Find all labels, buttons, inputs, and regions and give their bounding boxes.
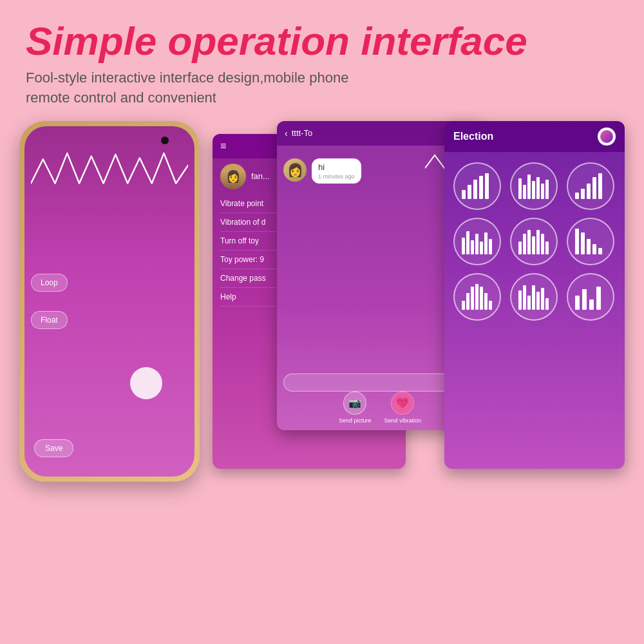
pattern-2-svg <box>517 172 551 200</box>
phone-mockup: Loop Float Save <box>19 121 200 482</box>
phone-waveform <box>31 146 188 200</box>
chat-username: fan... <box>251 171 270 181</box>
pattern-8-svg <box>517 283 551 311</box>
phone-notch <box>161 137 169 144</box>
phone-sidebar: Loop Float <box>31 274 68 329</box>
svg-rect-33 <box>587 239 591 254</box>
loop-button[interactable]: Loop <box>31 274 68 292</box>
svg-rect-30 <box>545 242 549 254</box>
svg-rect-29 <box>541 234 544 254</box>
svg-rect-4 <box>485 173 489 199</box>
svg-rect-22 <box>484 232 488 254</box>
election-logo <box>598 128 616 146</box>
svg-rect-1 <box>468 185 471 199</box>
svg-rect-21 <box>480 242 483 254</box>
vibrate-icon[interactable]: 💗 <box>391 392 414 415</box>
svg-rect-35 <box>598 248 602 254</box>
hamburger-icon[interactable]: ≡ <box>220 140 226 152</box>
camera-icon[interactable]: 📷 <box>343 392 366 415</box>
svg-rect-49 <box>545 298 549 310</box>
svg-rect-13 <box>581 189 585 199</box>
svg-rect-48 <box>541 288 544 310</box>
pattern-4[interactable] <box>453 218 501 265</box>
pattern-4-svg <box>460 227 494 256</box>
svg-rect-32 <box>581 232 585 254</box>
phone-screen: Loop Float Save <box>24 126 194 477</box>
pattern-7-svg <box>460 283 494 311</box>
svg-rect-6 <box>523 185 526 199</box>
pattern-3-svg <box>574 172 607 200</box>
svg-rect-51 <box>582 289 587 310</box>
pattern-5-svg <box>517 227 551 256</box>
chat-bottom-actions: 📷 Send picture 💗 Send vibration <box>339 392 421 424</box>
svg-rect-41 <box>484 293 488 310</box>
save-button[interactable]: Save <box>34 439 73 457</box>
svg-rect-10 <box>541 184 544 199</box>
send-vibration-wrap: 💗 Send vibration <box>384 392 422 424</box>
pattern-6[interactable] <box>567 218 614 265</box>
svg-rect-38 <box>471 287 474 310</box>
svg-rect-19 <box>471 240 474 254</box>
svg-rect-52 <box>589 299 594 310</box>
svg-rect-53 <box>596 287 601 310</box>
pattern-9-svg <box>574 283 607 311</box>
pattern-1[interactable] <box>453 162 501 210</box>
main-title: Simple operation interface <box>26 19 618 63</box>
chat-avatar: 👩 <box>220 164 246 189</box>
svg-rect-50 <box>575 296 580 310</box>
pattern-8[interactable] <box>510 273 558 321</box>
svg-rect-36 <box>462 301 465 310</box>
election-header: Election <box>444 121 625 152</box>
svg-rect-18 <box>466 231 469 254</box>
send-picture-label: Send picture <box>339 417 372 424</box>
election-title: Election <box>453 131 493 142</box>
svg-rect-14 <box>587 184 591 199</box>
avatar-image: 👩 <box>220 164 246 189</box>
svg-rect-45 <box>527 296 531 310</box>
send-picture-wrap: 📷 Send picture <box>339 392 372 424</box>
svg-rect-46 <box>532 285 535 310</box>
message-bubble: hi 1 minutes ago <box>312 158 361 184</box>
svg-rect-16 <box>598 173 602 199</box>
bubble-avatar: 👩 <box>283 158 307 182</box>
svg-rect-26 <box>527 230 531 254</box>
svg-rect-7 <box>527 175 531 199</box>
waveform-svg <box>31 146 188 197</box>
pattern-7[interactable] <box>453 273 501 321</box>
svg-rect-44 <box>523 285 526 310</box>
svg-rect-25 <box>523 234 526 254</box>
header-section: Simple operation interface Fool-style in… <box>0 0 644 115</box>
svg-rect-8 <box>532 181 535 199</box>
election-logo-inner <box>600 130 613 143</box>
svg-rect-12 <box>575 193 579 199</box>
svg-rect-24 <box>518 242 522 254</box>
pattern-5[interactable] <box>510 218 558 265</box>
pattern-3[interactable] <box>567 162 614 210</box>
svg-rect-37 <box>466 293 469 310</box>
svg-rect-2 <box>473 180 477 199</box>
bubble-container: hi 1 minutes ago <box>312 158 361 184</box>
pattern-6-svg <box>574 227 607 256</box>
svg-rect-3 <box>479 176 483 199</box>
float-button[interactable]: Float <box>31 311 68 329</box>
app-screens: ≡ 👩 fan... Vibrate point Vibration of d … <box>213 121 625 482</box>
pattern-9[interactable] <box>567 273 614 321</box>
content-area: Loop Float Save ≡ 👩 fan... Vibrat <box>0 121 644 482</box>
pattern-1-svg <box>460 172 494 200</box>
svg-rect-5 <box>518 178 522 199</box>
svg-rect-42 <box>489 301 492 310</box>
sub-title: Fool-style interactive interface design,… <box>26 68 618 108</box>
message-input[interactable] <box>283 374 456 392</box>
back-icon[interactable]: ‹ <box>285 128 288 138</box>
send-vibration-label: Send vibration <box>384 417 422 424</box>
svg-rect-15 <box>592 177 596 199</box>
svg-rect-27 <box>532 236 535 254</box>
bubble-text: hi <box>318 162 355 172</box>
svg-rect-34 <box>592 244 596 254</box>
election-screen: Election <box>444 121 625 469</box>
svg-rect-40 <box>480 287 483 310</box>
pattern-2[interactable] <box>510 162 558 210</box>
phone-float-circle[interactable] <box>130 367 162 399</box>
message-title: tttt-To <box>292 128 466 138</box>
svg-rect-28 <box>536 230 540 254</box>
